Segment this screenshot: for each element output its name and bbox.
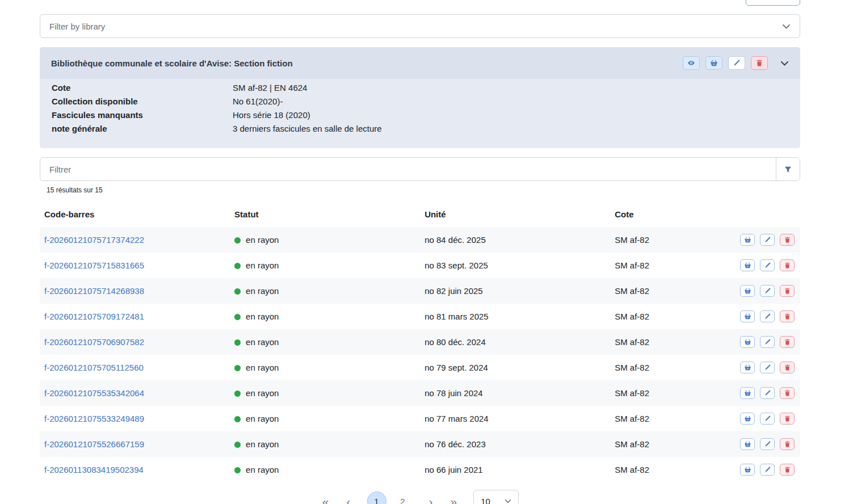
delete-button[interactable] [780,413,795,425]
basket-icon [745,339,751,345]
add-to-cart-button[interactable] [740,387,755,399]
barcode-link[interactable]: f-20260121075717374222 [44,235,144,245]
library-filter-select[interactable]: Filter by library [40,14,800,38]
field-value: No 61(2020)- [233,95,283,108]
barcode-link[interactable]: f-20260121075526667159 [44,439,144,449]
table-row: f-20260113083419502394en rayonno 66 juin… [40,457,800,482]
edit-button[interactable] [760,464,775,476]
page-button-1[interactable]: 1 [367,492,386,504]
table-row: f-20260121075717374222en rayonno 84 déc.… [40,227,800,253]
status-dot-icon [234,390,241,397]
barcode-link[interactable]: f-20260121075714268938 [44,286,144,296]
unit-cell: no 83 sept. 2025 [420,253,610,278]
add-to-cart-button[interactable] [740,464,755,476]
barcode-link[interactable]: f-20260121075533249489 [44,414,144,423]
edit-button[interactable] [760,387,775,399]
delete-button[interactable] [780,387,795,399]
add-to-cart-button[interactable] [740,310,755,322]
add-to-cart-button[interactable] [705,56,722,70]
basket-icon [711,60,717,66]
cote-cell: SM af-82 [610,304,730,329]
edit-button[interactable] [728,56,745,70]
table-header-row: Code-barresStatutUnitéCote [40,204,800,227]
chevron-down-icon [782,22,791,31]
edit-button[interactable] [760,438,775,450]
status-dot-icon [234,237,241,243]
status-label: en rayon [246,414,279,423]
add-to-cart-button[interactable] [740,336,755,348]
status-label: en rayon [246,337,279,347]
column-header: Unité [420,204,610,227]
add-to-cart-button[interactable] [740,438,755,450]
barcode-link[interactable]: f-20260113083419502394 [44,465,144,474]
barcode-link[interactable]: f-20260121075715831665 [44,261,144,270]
table-row: f-20260121075706907582en rayonno 80 déc.… [40,329,800,355]
actions-column-header [730,204,800,227]
delete-button[interactable] [780,362,795,373]
cote-cell: SM af-82 [610,278,730,304]
edit-button[interactable] [760,362,775,373]
next-page-button[interactable]: › [428,495,434,504]
pencil-icon [764,262,771,268]
page-size-value: 10 [481,497,490,504]
status-label: en rayon [246,235,279,245]
prev-page-button[interactable]: ‹ [346,495,352,504]
first-page-button[interactable]: « [321,495,330,504]
edit-button[interactable] [760,234,775,246]
status-dot-icon [234,467,241,473]
delete-button[interactable] [780,234,795,246]
edit-button[interactable] [760,285,775,297]
edit-button[interactable] [760,336,775,348]
pencil-icon [764,237,771,243]
trash-icon [784,237,791,243]
barcode-link[interactable]: f-20260121075709172481 [44,312,144,321]
add-to-cart-button[interactable] [740,234,755,246]
holding-field-row: note générale3 derniers fascicules en sa… [52,122,789,136]
filter-button[interactable] [776,158,800,180]
partial-top-button[interactable] [746,0,800,6]
results-summary: 15 résultats sur 15 [47,186,800,194]
last-page-button[interactable]: » [449,495,459,504]
delete-button[interactable] [780,285,795,297]
delete-button[interactable] [780,336,795,348]
cote-cell: SM af-82 [610,380,730,406]
add-to-cart-button[interactable] [740,362,755,373]
delete-button[interactable] [780,438,795,450]
field-label: note générale [52,122,233,136]
add-to-cart-button[interactable] [740,413,755,425]
edit-button[interactable] [760,310,775,322]
delete-button[interactable] [751,56,768,70]
add-to-cart-button[interactable] [740,259,755,271]
delete-button[interactable] [780,259,795,271]
column-header: Code-barres [40,204,230,227]
basket-icon [745,364,751,371]
page-size-select[interactable]: 10 [473,490,519,504]
cote-cell: SM af-82 [610,406,730,431]
filter-input[interactable] [40,158,776,180]
unit-cell: no 77 mars 2024 [420,406,610,431]
delete-button[interactable] [780,464,795,476]
items-filter-group [40,157,800,181]
pencil-icon [764,288,771,294]
page-button-2[interactable]: 2 [393,492,413,504]
barcode-link[interactable]: f-20260121075535342064 [44,388,144,398]
barcode-link[interactable]: f-20260121075705112560 [44,363,144,372]
basket-icon [745,467,751,473]
table-row: f-20260121075709172481en rayonno 81 mars… [40,304,800,329]
delete-button[interactable] [780,310,795,322]
edit-button[interactable] [760,259,775,271]
trash-icon [784,288,791,294]
trash-icon [784,415,791,422]
unit-cell: no 84 déc. 2025 [420,227,610,253]
trash-icon [784,390,791,396]
status-label: en rayon [246,439,279,449]
edit-button[interactable] [760,413,775,425]
add-to-cart-button[interactable] [740,285,755,297]
view-button[interactable] [683,56,700,70]
pencil-icon [764,415,771,422]
field-value: Hors série 18 (2020) [233,108,310,122]
unit-cell: no 78 juin 2024 [420,380,610,406]
collapse-toggle-button[interactable] [780,59,789,68]
barcode-link[interactable]: f-20260121075706907582 [44,337,144,347]
cote-cell: SM af-82 [610,431,730,457]
